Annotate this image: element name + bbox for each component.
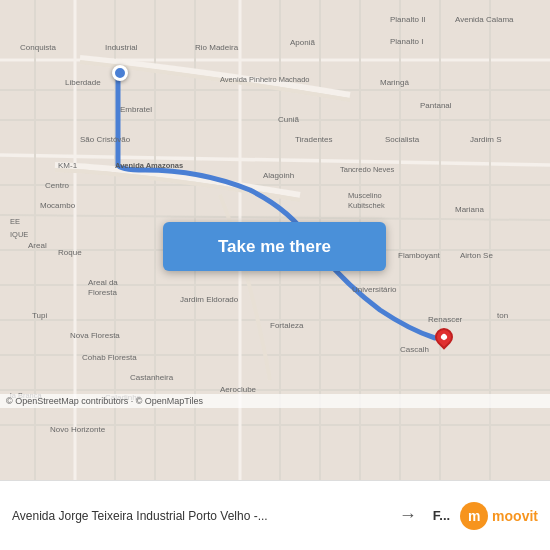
svg-text:ton: ton bbox=[497, 311, 508, 320]
svg-text:Muscelino: Muscelino bbox=[348, 191, 382, 200]
route-arrow-icon: → bbox=[393, 505, 423, 526]
svg-text:Planalto II: Planalto II bbox=[390, 15, 426, 24]
svg-text:Pantanal: Pantanal bbox=[420, 101, 452, 110]
svg-text:Areal: Areal bbox=[28, 241, 47, 250]
svg-text:Socialista: Socialista bbox=[385, 135, 420, 144]
map-container: Conquista Industrial Rio Madeira Aponiã … bbox=[0, 0, 550, 480]
svg-text:Avenida Pinheiro Machado: Avenida Pinheiro Machado bbox=[220, 75, 310, 84]
svg-text:Aponiã: Aponiã bbox=[290, 38, 315, 47]
svg-text:EE: EE bbox=[10, 217, 20, 226]
svg-text:São Cristóvão: São Cristóvão bbox=[80, 135, 131, 144]
svg-text:Conquista: Conquista bbox=[20, 43, 57, 52]
svg-text:Floresta: Floresta bbox=[88, 288, 117, 297]
destination-marker bbox=[435, 328, 453, 352]
svg-text:Planalto I: Planalto I bbox=[390, 37, 423, 46]
svg-text:Roque: Roque bbox=[58, 248, 82, 257]
svg-text:Jardim Eldorado: Jardim Eldorado bbox=[180, 295, 239, 304]
svg-text:Fortaleza: Fortaleza bbox=[270, 321, 304, 330]
svg-text:Areal da: Areal da bbox=[88, 278, 118, 287]
svg-text:Avenida Calama: Avenida Calama bbox=[455, 15, 514, 24]
svg-text:Cascalh: Cascalh bbox=[400, 345, 429, 354]
moovit-logo-icon: m bbox=[460, 502, 488, 530]
svg-text:Tupi: Tupi bbox=[32, 311, 47, 320]
svg-text:Castanheira: Castanheira bbox=[130, 373, 174, 382]
svg-text:Cohab Floresta: Cohab Floresta bbox=[82, 353, 137, 362]
svg-text:Alagoinh: Alagoinh bbox=[263, 171, 294, 180]
svg-text:Mocambo: Mocambo bbox=[40, 201, 76, 210]
svg-text:Centro: Centro bbox=[45, 181, 70, 190]
svg-text:Cuniã: Cuniã bbox=[278, 115, 299, 124]
route-destination-label: F... bbox=[433, 508, 450, 523]
moovit-brand-name: moovit bbox=[492, 508, 538, 524]
svg-text:Nova Floresta: Nova Floresta bbox=[70, 331, 120, 340]
svg-text:Embratel: Embratel bbox=[120, 105, 152, 114]
svg-text:Flamboyant: Flamboyant bbox=[398, 251, 441, 260]
origin-marker bbox=[112, 65, 128, 81]
svg-text:Rio Madeira: Rio Madeira bbox=[195, 43, 239, 52]
moovit-logo: m moovit bbox=[460, 502, 538, 530]
svg-text:Jardim S: Jardim S bbox=[470, 135, 502, 144]
svg-text:Mariana: Mariana bbox=[455, 205, 484, 214]
svg-text:KM-1: KM-1 bbox=[58, 161, 78, 170]
svg-text:Novo Horizonte: Novo Horizonte bbox=[50, 425, 106, 434]
svg-text:Industrial: Industrial bbox=[105, 43, 138, 52]
svg-text:Aeroclube: Aeroclube bbox=[220, 385, 257, 394]
map-attribution: © OpenStreetMap contributors · © OpenMap… bbox=[0, 394, 550, 408]
svg-text:Kubitschek: Kubitschek bbox=[348, 201, 385, 210]
svg-text:Avenida Amazonas: Avenida Amazonas bbox=[115, 161, 183, 170]
svg-text:Tancredo Neves: Tancredo Neves bbox=[340, 165, 394, 174]
svg-text:Tiradentes: Tiradentes bbox=[295, 135, 333, 144]
bottom-bar: Avenida Jorge Teixeira Industrial Porto … bbox=[0, 480, 550, 550]
svg-text:Liberdade: Liberdade bbox=[65, 78, 101, 87]
svg-text:Renascer: Renascer bbox=[428, 315, 463, 324]
svg-text:Universitário: Universitário bbox=[352, 285, 397, 294]
svg-text:Maringá: Maringá bbox=[380, 78, 409, 87]
take-me-there-button[interactable]: Take me there bbox=[163, 222, 386, 271]
route-origin-label: Avenida Jorge Teixeira Industrial Porto … bbox=[12, 509, 383, 523]
svg-text:IQUE: IQUE bbox=[10, 230, 28, 239]
svg-text:Airton Se: Airton Se bbox=[460, 251, 493, 260]
